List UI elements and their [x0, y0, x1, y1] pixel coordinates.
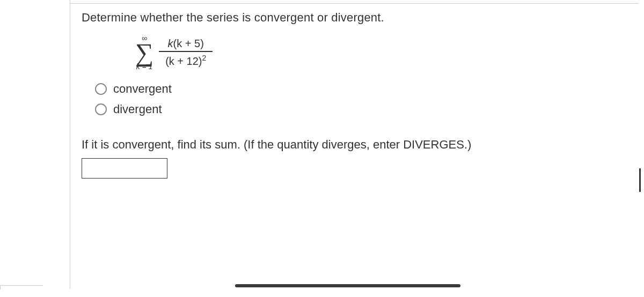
fraction-numerator: k(k + 5) [159, 38, 213, 52]
horizontal-scrollbar[interactable] [74, 284, 636, 288]
sigma-icon: ∑ [135, 41, 153, 64]
sum-prompt: If it is convergent, find its sum. (If t… [82, 138, 623, 152]
series-expression: ∞ ∑ k = 1 k(k + 5) (k + 12)2 [135, 34, 623, 70]
left-border [70, 0, 70, 289]
content-area: Determine whether the series is converge… [82, 11, 623, 179]
option-divergent[interactable]: divergent [95, 102, 623, 116]
option-label: convergent [113, 82, 172, 96]
summation-lower: k = 1 [136, 63, 153, 70]
text-cursor-icon [639, 168, 641, 192]
radio-options: convergent divergent [95, 82, 623, 116]
bottom-left-corner [0, 285, 43, 289]
top-border [70, 3, 639, 4]
question-container: Determine whether the series is converge… [0, 0, 644, 297]
fraction: k(k + 5) (k + 12)2 [159, 38, 213, 68]
radio-icon[interactable] [95, 103, 107, 115]
scrollbar-thumb[interactable] [235, 284, 460, 287]
option-label: divergent [113, 102, 162, 116]
option-convergent[interactable]: convergent [95, 82, 623, 96]
fraction-denominator: (k + 12)2 [162, 52, 209, 68]
radio-icon[interactable] [95, 83, 107, 95]
summation-symbol: ∞ ∑ k = 1 [135, 34, 153, 70]
question-prompt: Determine whether the series is converge… [82, 11, 623, 25]
sum-input[interactable] [82, 158, 167, 179]
